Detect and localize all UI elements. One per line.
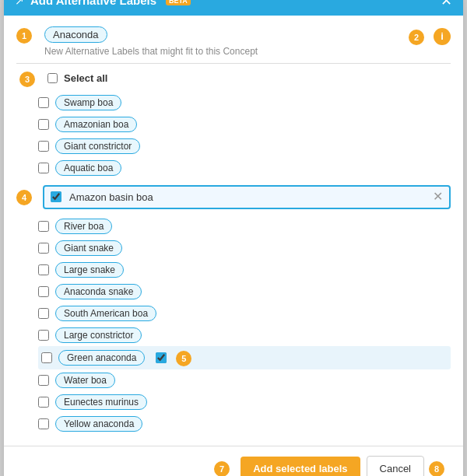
label-aquatic-boa: Aquatic boa (55, 160, 121, 176)
step4-indicator: 4 (16, 190, 32, 205)
editing-row-wrapper: 4 ✕ (16, 182, 451, 212)
checkbox-anaconda-snake[interactable] (38, 286, 49, 297)
select-all-checkbox[interactable] (47, 73, 58, 83)
checkbox-amazonian-boa[interactable] (38, 119, 49, 130)
clear-editing-button[interactable]: ✕ (433, 191, 443, 203)
label-anaconda-snake: Anaconda snake (55, 284, 142, 299)
list-item-green-anaconda: Green anaconda 5 (38, 346, 451, 369)
labels-group-1: Swamp boa Amazonian boa Giant constricto… (38, 92, 451, 179)
editing-input[interactable] (66, 190, 428, 205)
labels-group-2: River boa Giant snake Large snake Anacon… (38, 215, 451, 435)
list-item: Giant constrictor (38, 135, 451, 157)
list-item: Giant snake (38, 237, 451, 259)
checkbox-giant-snake[interactable] (38, 243, 49, 254)
checkbox-green-anaconda[interactable] (41, 352, 52, 363)
label-large-snake: Large snake (55, 262, 124, 278)
list-item: River boa (38, 215, 451, 237)
label-water-boa: Water boa (55, 373, 115, 388)
beta-badge: BETA (166, 0, 191, 5)
hint-text: New Alternative Labels that might fit to… (44, 46, 258, 57)
modal-footer: 7 Add selected labels Cancel 8 (4, 446, 463, 477)
list-item: Large snake (38, 259, 451, 281)
label-green-anaconda: Green anaconda (58, 350, 145, 366)
header-left: ↗ Add Alternative Labels BETA (15, 0, 191, 7)
close-button[interactable]: ✕ (441, 0, 452, 8)
checkbox-eunectes-murinus[interactable] (38, 397, 49, 408)
editing-row: ✕ (43, 185, 451, 209)
list-item: Yellow anaconda (38, 413, 451, 435)
checkbox-yellow-anaconda[interactable] (38, 418, 49, 429)
editing-checkbox[interactable] (51, 191, 61, 202)
title-arrow-icon: ↗ (15, 0, 24, 7)
divider-1 (16, 63, 451, 64)
step5-indicator: 5 (176, 351, 191, 366)
list-item: South American boa (38, 303, 451, 324)
concept-tag: Anaconda (44, 26, 107, 43)
checkbox-aquatic-boa[interactable] (38, 163, 49, 173)
label-eunectes-murinus: Eunectes murinus (55, 394, 147, 410)
step3-indicator: 3 (19, 72, 35, 87)
step1-indicator: 1 (16, 28, 32, 44)
checkbox-large-snake[interactable] (38, 264, 49, 275)
info-icon: i (434, 28, 451, 45)
list-item: Amazonian boa (38, 114, 451, 135)
list-item: Swamp boa (38, 92, 451, 114)
label-south-american-boa: South American boa (55, 306, 156, 321)
list-item: Water boa (38, 369, 451, 391)
green-anaconda-inner-checkbox[interactable] (156, 352, 167, 363)
list-item: Anaconda snake (38, 281, 451, 303)
select-all-label: Select all (64, 72, 107, 84)
info-button[interactable]: i (434, 28, 451, 45)
step7-indicator: 7 (214, 461, 230, 476)
label-giant-constrictor: Giant constrictor (55, 138, 140, 154)
modal-body: 1 Anaconda New Alternative Labels that m… (4, 16, 463, 446)
label-swamp-boa: Swamp boa (55, 95, 121, 110)
label-giant-snake: Giant snake (55, 240, 122, 256)
step8-indicator: 8 (429, 461, 444, 476)
checkbox-water-boa[interactable] (38, 375, 49, 386)
modal-header: ↗ Add Alternative Labels BETA ✕ (4, 0, 463, 16)
checkbox-river-boa[interactable] (38, 221, 49, 232)
checkbox-giant-constrictor[interactable] (38, 141, 49, 152)
label-river-boa: River boa (55, 219, 112, 234)
list-item: Aquatic boa (38, 157, 451, 179)
step2-indicator: 2 (409, 30, 424, 45)
list-item: Large constrictor (38, 324, 451, 346)
add-selected-labels-button[interactable]: Add selected labels (241, 457, 360, 477)
modal-title: Add Alternative Labels (30, 0, 156, 7)
label-yellow-anaconda: Yellow anaconda (55, 416, 142, 432)
checkbox-south-american-boa[interactable] (38, 308, 49, 319)
label-amazonian-boa: Amazonian boa (55, 117, 137, 132)
checkbox-large-constrictor[interactable] (38, 330, 49, 341)
modal-container: ↗ Add Alternative Labels BETA ✕ 1 Anacon… (4, 0, 463, 476)
list-item: Eunectes murinus (38, 391, 451, 413)
label-large-constrictor: Large constrictor (55, 327, 142, 343)
checkbox-swamp-boa[interactable] (38, 97, 49, 108)
cancel-button[interactable]: Cancel (367, 456, 424, 477)
